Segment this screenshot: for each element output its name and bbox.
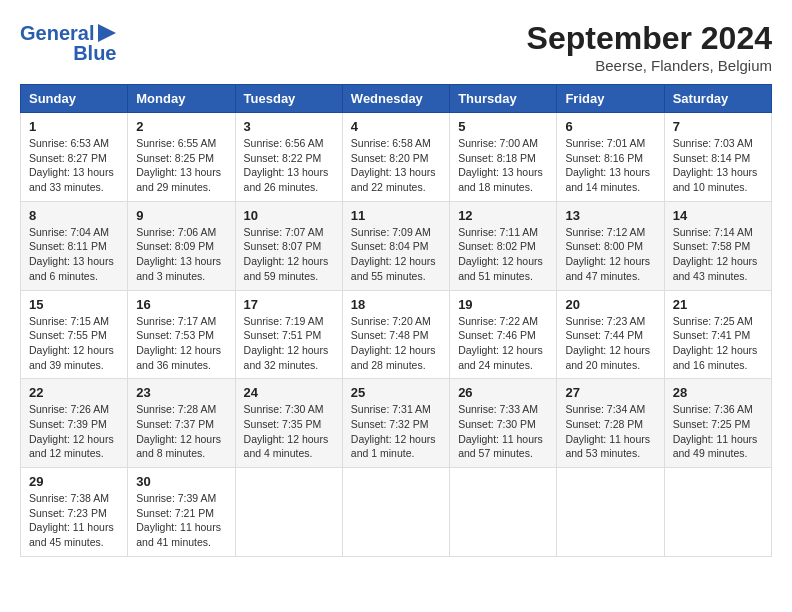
day-info: Sunrise: 7:03 AMSunset: 8:14 PMDaylight:… xyxy=(673,136,763,195)
day-number: 25 xyxy=(351,385,441,400)
day-info: Sunrise: 7:06 AMSunset: 8:09 PMDaylight:… xyxy=(136,225,226,284)
calendar-day-cell xyxy=(342,468,449,557)
day-info: Sunrise: 7:11 AMSunset: 8:02 PMDaylight:… xyxy=(458,225,548,284)
calendar-week-row: 22 Sunrise: 7:26 AMSunset: 7:39 PMDaylig… xyxy=(21,379,772,468)
day-info: Sunrise: 7:28 AMSunset: 7:37 PMDaylight:… xyxy=(136,402,226,461)
day-info: Sunrise: 7:15 AMSunset: 7:55 PMDaylight:… xyxy=(29,314,119,373)
day-number: 14 xyxy=(673,208,763,223)
weekday-header-cell: Monday xyxy=(128,85,235,113)
calendar-day-cell: 19 Sunrise: 7:22 AMSunset: 7:46 PMDaylig… xyxy=(450,290,557,379)
calendar-day-cell: 29 Sunrise: 7:38 AMSunset: 7:23 PMDaylig… xyxy=(21,468,128,557)
day-info: Sunrise: 6:53 AMSunset: 8:27 PMDaylight:… xyxy=(29,136,119,195)
calendar-day-cell: 8 Sunrise: 7:04 AMSunset: 8:11 PMDayligh… xyxy=(21,201,128,290)
title-area: September 2024 Beerse, Flanders, Belgium xyxy=(527,20,772,74)
day-number: 2 xyxy=(136,119,226,134)
day-info: Sunrise: 7:31 AMSunset: 7:32 PMDaylight:… xyxy=(351,402,441,461)
calendar-day-cell: 1 Sunrise: 6:53 AMSunset: 8:27 PMDayligh… xyxy=(21,113,128,202)
calendar-day-cell: 22 Sunrise: 7:26 AMSunset: 7:39 PMDaylig… xyxy=(21,379,128,468)
calendar-day-cell: 12 Sunrise: 7:11 AMSunset: 8:02 PMDaylig… xyxy=(450,201,557,290)
day-number: 23 xyxy=(136,385,226,400)
calendar-day-cell: 5 Sunrise: 7:00 AMSunset: 8:18 PMDayligh… xyxy=(450,113,557,202)
calendar-day-cell: 24 Sunrise: 7:30 AMSunset: 7:35 PMDaylig… xyxy=(235,379,342,468)
day-info: Sunrise: 7:20 AMSunset: 7:48 PMDaylight:… xyxy=(351,314,441,373)
day-info: Sunrise: 6:55 AMSunset: 8:25 PMDaylight:… xyxy=(136,136,226,195)
day-number: 6 xyxy=(565,119,655,134)
calendar-day-cell: 30 Sunrise: 7:39 AMSunset: 7:21 PMDaylig… xyxy=(128,468,235,557)
day-number: 22 xyxy=(29,385,119,400)
logo: General Blue xyxy=(20,20,116,64)
day-info: Sunrise: 7:25 AMSunset: 7:41 PMDaylight:… xyxy=(673,314,763,373)
calendar-week-row: 8 Sunrise: 7:04 AMSunset: 8:11 PMDayligh… xyxy=(21,201,772,290)
weekday-header-cell: Sunday xyxy=(21,85,128,113)
day-number: 12 xyxy=(458,208,548,223)
day-info: Sunrise: 7:14 AMSunset: 7:58 PMDaylight:… xyxy=(673,225,763,284)
day-info: Sunrise: 7:09 AMSunset: 8:04 PMDaylight:… xyxy=(351,225,441,284)
day-info: Sunrise: 7:38 AMSunset: 7:23 PMDaylight:… xyxy=(29,491,119,550)
day-info: Sunrise: 7:23 AMSunset: 7:44 PMDaylight:… xyxy=(565,314,655,373)
day-number: 5 xyxy=(458,119,548,134)
day-number: 29 xyxy=(29,474,119,489)
day-number: 20 xyxy=(565,297,655,312)
day-info: Sunrise: 7:33 AMSunset: 7:30 PMDaylight:… xyxy=(458,402,548,461)
day-info: Sunrise: 7:26 AMSunset: 7:39 PMDaylight:… xyxy=(29,402,119,461)
day-number: 10 xyxy=(244,208,334,223)
weekday-header-row: SundayMondayTuesdayWednesdayThursdayFrid… xyxy=(21,85,772,113)
weekday-header-cell: Tuesday xyxy=(235,85,342,113)
logo-text-general: General xyxy=(20,22,94,44)
day-info: Sunrise: 7:39 AMSunset: 7:21 PMDaylight:… xyxy=(136,491,226,550)
day-info: Sunrise: 7:30 AMSunset: 7:35 PMDaylight:… xyxy=(244,402,334,461)
header: General Blue September 2024 Beerse, Flan… xyxy=(20,20,772,74)
day-info: Sunrise: 7:34 AMSunset: 7:28 PMDaylight:… xyxy=(565,402,655,461)
day-info: Sunrise: 6:58 AMSunset: 8:20 PMDaylight:… xyxy=(351,136,441,195)
calendar-day-cell: 14 Sunrise: 7:14 AMSunset: 7:58 PMDaylig… xyxy=(664,201,771,290)
calendar-week-row: 29 Sunrise: 7:38 AMSunset: 7:23 PMDaylig… xyxy=(21,468,772,557)
calendar-day-cell xyxy=(235,468,342,557)
day-number: 8 xyxy=(29,208,119,223)
day-info: Sunrise: 7:36 AMSunset: 7:25 PMDaylight:… xyxy=(673,402,763,461)
day-number: 24 xyxy=(244,385,334,400)
day-info: Sunrise: 7:17 AMSunset: 7:53 PMDaylight:… xyxy=(136,314,226,373)
calendar-day-cell: 7 Sunrise: 7:03 AMSunset: 8:14 PMDayligh… xyxy=(664,113,771,202)
day-number: 13 xyxy=(565,208,655,223)
calendar-day-cell xyxy=(450,468,557,557)
calendar-day-cell xyxy=(664,468,771,557)
day-info: Sunrise: 7:01 AMSunset: 8:16 PMDaylight:… xyxy=(565,136,655,195)
calendar-day-cell: 26 Sunrise: 7:33 AMSunset: 7:30 PMDaylig… xyxy=(450,379,557,468)
calendar-day-cell: 18 Sunrise: 7:20 AMSunset: 7:48 PMDaylig… xyxy=(342,290,449,379)
calendar-day-cell: 2 Sunrise: 6:55 AMSunset: 8:25 PMDayligh… xyxy=(128,113,235,202)
calendar-day-cell: 13 Sunrise: 7:12 AMSunset: 8:00 PMDaylig… xyxy=(557,201,664,290)
day-info: Sunrise: 7:22 AMSunset: 7:46 PMDaylight:… xyxy=(458,314,548,373)
day-number: 3 xyxy=(244,119,334,134)
day-number: 30 xyxy=(136,474,226,489)
calendar-day-cell: 9 Sunrise: 7:06 AMSunset: 8:09 PMDayligh… xyxy=(128,201,235,290)
location-subtitle: Beerse, Flanders, Belgium xyxy=(527,57,772,74)
day-number: 17 xyxy=(244,297,334,312)
day-info: Sunrise: 6:56 AMSunset: 8:22 PMDaylight:… xyxy=(244,136,334,195)
weekday-header-cell: Saturday xyxy=(664,85,771,113)
day-info: Sunrise: 7:00 AMSunset: 8:18 PMDaylight:… xyxy=(458,136,548,195)
calendar-day-cell: 4 Sunrise: 6:58 AMSunset: 8:20 PMDayligh… xyxy=(342,113,449,202)
month-title: September 2024 xyxy=(527,20,772,57)
day-number: 26 xyxy=(458,385,548,400)
weekday-header-cell: Wednesday xyxy=(342,85,449,113)
day-number: 1 xyxy=(29,119,119,134)
day-number: 16 xyxy=(136,297,226,312)
calendar-day-cell: 10 Sunrise: 7:07 AMSunset: 8:07 PMDaylig… xyxy=(235,201,342,290)
calendar-table: SundayMondayTuesdayWednesdayThursdayFrid… xyxy=(20,84,772,557)
day-number: 28 xyxy=(673,385,763,400)
svg-marker-0 xyxy=(98,24,116,42)
day-number: 11 xyxy=(351,208,441,223)
calendar-day-cell xyxy=(557,468,664,557)
day-number: 7 xyxy=(673,119,763,134)
day-number: 4 xyxy=(351,119,441,134)
day-number: 21 xyxy=(673,297,763,312)
calendar-day-cell: 6 Sunrise: 7:01 AMSunset: 8:16 PMDayligh… xyxy=(557,113,664,202)
day-number: 27 xyxy=(565,385,655,400)
calendar-day-cell: 28 Sunrise: 7:36 AMSunset: 7:25 PMDaylig… xyxy=(664,379,771,468)
calendar-day-cell: 21 Sunrise: 7:25 AMSunset: 7:41 PMDaylig… xyxy=(664,290,771,379)
calendar-day-cell: 17 Sunrise: 7:19 AMSunset: 7:51 PMDaylig… xyxy=(235,290,342,379)
calendar-day-cell: 20 Sunrise: 7:23 AMSunset: 7:44 PMDaylig… xyxy=(557,290,664,379)
day-info: Sunrise: 7:12 AMSunset: 8:00 PMDaylight:… xyxy=(565,225,655,284)
logo-arrow-icon xyxy=(98,24,116,42)
calendar-day-cell: 11 Sunrise: 7:09 AMSunset: 8:04 PMDaylig… xyxy=(342,201,449,290)
